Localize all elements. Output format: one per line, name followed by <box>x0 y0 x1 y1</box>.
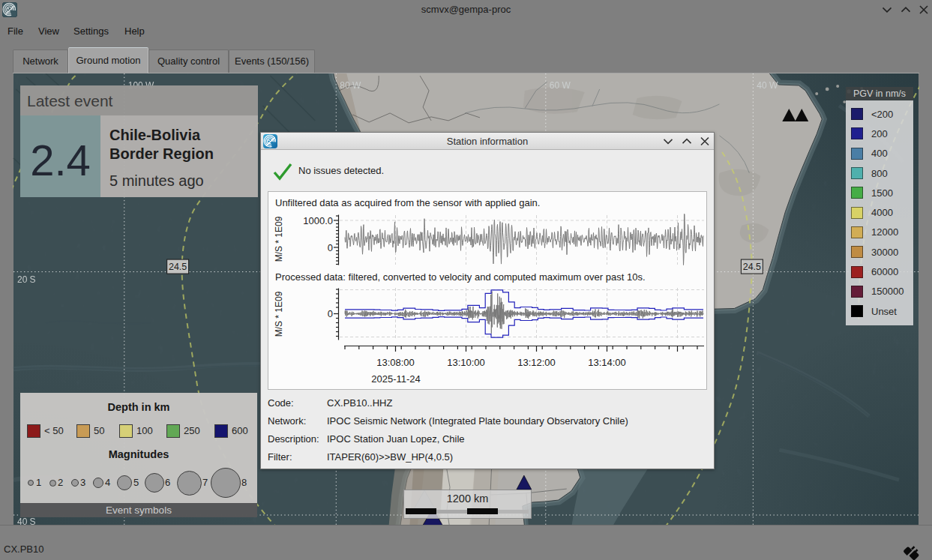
svg-text:24.5: 24.5 <box>169 262 187 272</box>
svg-text:1000.0: 1000.0 <box>303 215 333 226</box>
svg-text:40 S: 40 S <box>17 517 36 525</box>
svg-text:40 W: 40 W <box>757 80 778 91</box>
svg-text:60 W: 60 W <box>550 80 571 91</box>
svg-text:2025-11-24: 2025-11-24 <box>371 373 421 385</box>
svg-text:0: 0 <box>328 242 333 253</box>
svg-text:13:08:00: 13:08:00 <box>376 357 415 368</box>
svg-text:13:10:00: 13:10:00 <box>447 357 485 368</box>
svg-text:M/S * 1E09: M/S * 1E09 <box>274 216 284 262</box>
svg-text:13:12:00: 13:12:00 <box>517 357 556 368</box>
svg-text:Unfiltered data as acquired fr: Unfiltered data as acquired from the sen… <box>275 197 540 208</box>
svg-text:M/S * 1E09: M/S * 1E09 <box>274 291 284 337</box>
svg-text:24.5: 24.5 <box>743 262 761 272</box>
svg-text:20 S: 20 S <box>17 274 36 285</box>
svg-text:13:14:00: 13:14:00 <box>588 357 626 368</box>
svg-text:0: 0 <box>328 308 333 319</box>
svg-text:Processed data: filtered, conv: Processed data: filtered, converted to v… <box>275 271 646 283</box>
svg-text:80 W: 80 W <box>340 80 361 91</box>
